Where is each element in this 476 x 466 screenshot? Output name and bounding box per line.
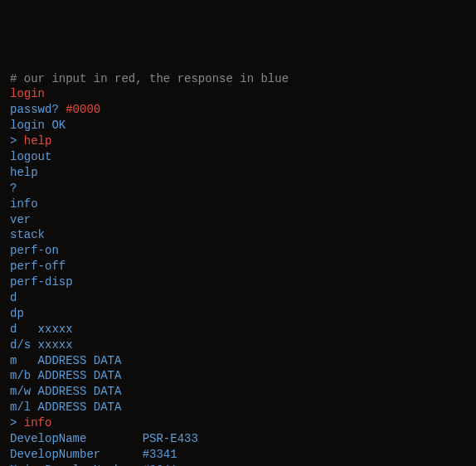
terminal-text-response: info (10, 197, 38, 211)
terminal-output[interactable]: # our input in red, the response in blue… (10, 71, 466, 466)
terminal-text-response: help (10, 166, 38, 179)
terminal-text-response: d/s xxxxx (10, 338, 73, 352)
terminal-line: Main DevelopNumber #3341 (10, 463, 466, 466)
terminal-text-response: DevelopNumber #3341 (10, 448, 177, 461)
terminal-line: # our input in red, the response in blue (10, 71, 466, 87)
terminal-line: > help (10, 133, 466, 149)
terminal-line: login OK (10, 118, 466, 133)
terminal-text-response: DevelopName PSR-E433 (10, 432, 198, 445)
terminal-text-prompt: > (10, 134, 24, 148)
terminal-text-response: perf-on (10, 244, 59, 257)
terminal-text-response: m/l ADDRESS DATA (10, 400, 121, 414)
terminal-line: dp (10, 306, 466, 322)
terminal-line: ? (10, 181, 466, 197)
terminal-line: info (10, 197, 466, 212)
terminal-text-response: ? (10, 182, 17, 195)
terminal-text-response: login OK (10, 119, 66, 132)
terminal-text-response: dp (10, 307, 24, 320)
terminal-line: perf-on (10, 243, 466, 259)
terminal-line: help (10, 165, 466, 181)
terminal-text-response: logout (10, 150, 51, 163)
terminal-text-response: m/b ADDRESS DATA (10, 369, 121, 382)
terminal-line: perf-disp (10, 274, 466, 290)
terminal-line: > info (10, 415, 466, 431)
terminal-text-input: login (10, 87, 45, 100)
terminal-line: m/b ADDRESS DATA (10, 368, 466, 384)
terminal-text-response: perf-disp (10, 275, 73, 289)
terminal-line: m ADDRESS DATA (10, 353, 466, 369)
terminal-line: m/l ADDRESS DATA (10, 400, 466, 415)
terminal-text-response: ver (10, 213, 31, 226)
terminal-line: d (10, 290, 466, 306)
terminal-line: perf-off (10, 259, 466, 274)
terminal-text-response: m/w ADDRESS DATA (10, 385, 121, 398)
terminal-text-response: m ADDRESS DATA (10, 354, 121, 367)
terminal-text-response: stack (10, 228, 45, 241)
terminal-line: stack (10, 227, 466, 243)
terminal-text-input: #0000 (66, 103, 100, 116)
terminal-text-response: d (10, 291, 17, 304)
terminal-line: m/w ADDRESS DATA (10, 384, 466, 400)
terminal-text-input: info (24, 416, 52, 430)
terminal-line: d/s xxxxx (10, 337, 466, 353)
terminal-text-prompt: > (10, 416, 24, 430)
terminal-line: login (10, 86, 466, 102)
terminal-text-response: passwd? (10, 103, 66, 116)
terminal-line: logout (10, 149, 466, 165)
terminal-text-input: help (24, 134, 52, 148)
terminal-text-comment: # our input in red, the response in blue (10, 72, 289, 85)
terminal-line: DevelopName PSR-E433 (10, 431, 466, 447)
terminal-line: ver (10, 212, 466, 228)
terminal-text-response: d xxxxx (10, 323, 73, 336)
terminal-line: DevelopNumber #3341 (10, 447, 466, 463)
terminal-line: passwd? #0000 (10, 102, 466, 118)
terminal-line: d xxxxx (10, 322, 466, 337)
terminal-text-response: perf-off (10, 260, 66, 273)
